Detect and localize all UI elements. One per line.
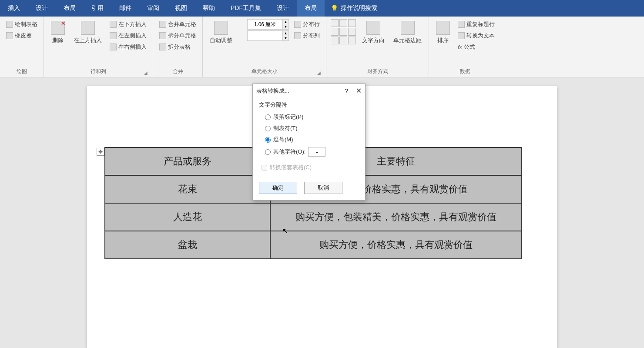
eraser-icon	[6, 32, 13, 39]
table-header-cell[interactable]: 产品或服务	[105, 147, 270, 175]
delete-icon	[51, 21, 65, 35]
dialog-launcher-icon[interactable]: ◢	[144, 70, 148, 75]
tab-insert[interactable]: 插入	[0, 0, 28, 17]
col-width-input[interactable]	[248, 33, 282, 39]
separator-section-label: 文字分隔符	[259, 101, 359, 109]
tab-table-design[interactable]: 设计	[269, 0, 297, 17]
text-direction-button[interactable]: 文字方向	[359, 19, 387, 46]
ribbon: 绘制表格 橡皮擦 绘图 删除 在上方插入 在下方插入 在左侧插入 在右侧插入 行…	[0, 17, 644, 77]
formula-button[interactable]: fx公式	[456, 42, 496, 52]
tab-design[interactable]: 设计	[28, 0, 56, 17]
group-data: 排序 重复标题行 转换为文本 fx公式 数据	[429, 17, 501, 77]
close-icon[interactable]: ✕	[356, 87, 362, 95]
insert-below-icon	[110, 21, 117, 28]
help-icon[interactable]: ?	[345, 87, 348, 94]
tab-help[interactable]: 帮助	[195, 0, 223, 17]
distribute-cols-button[interactable]: 分布列	[292, 30, 322, 41]
tab-view[interactable]: 视图	[167, 0, 195, 17]
draw-table-button[interactable]: 绘制表格	[4, 19, 39, 30]
convert-nested-checkbox: 转换嵌套表格(C)	[259, 158, 359, 171]
table-cell[interactable]: 盆栽	[105, 231, 270, 259]
distribute-rows-icon	[294, 21, 301, 28]
cell-margins-button[interactable]: 单元格边距	[391, 19, 424, 46]
checkbox-icon	[262, 165, 267, 171]
insert-left-button[interactable]: 在左侧插入	[108, 30, 148, 41]
table-cell[interactable]: 购买方便，价格实惠，具有观赏价值	[270, 231, 522, 259]
repeat-header-icon	[458, 21, 465, 28]
table-cell[interactable]: 花束	[105, 175, 270, 203]
table-row: 盆栽 购买方便，价格实惠，具有观赏价值	[105, 231, 522, 259]
convert-table-dialog: 表格转换成... ? ✕ 文字分隔符 段落标记(P) 制表符(T) 逗号(M) …	[252, 84, 366, 201]
cell-margins-icon	[401, 21, 415, 35]
radio-paragraph[interactable]: 段落标记(P)	[259, 111, 359, 123]
group-merge: 合并单元格 拆分单元格 拆分表格 合并	[153, 17, 203, 77]
radio-tab[interactable]: 制表符(T)	[259, 123, 359, 134]
dialog-launcher-icon[interactable]: ◢	[317, 70, 321, 75]
table-row: 人造花 购买方便，包装精美，价格实惠，具有观赏价值	[105, 203, 522, 231]
group-cell-size: 自动调整 ▲▼ ▲▼ 分布行	[203, 17, 326, 77]
tell-me-label: 操作说明搜索	[341, 4, 377, 12]
split-table-button[interactable]: 拆分表格	[158, 42, 198, 52]
split-cells-button[interactable]: 拆分单元格	[158, 30, 198, 41]
spinner-up-icon[interactable]: ▲	[282, 31, 288, 36]
merge-cells-button[interactable]: 合并单元格	[158, 19, 198, 30]
split-cells-icon	[159, 32, 166, 39]
autofit-icon	[214, 21, 228, 35]
insert-right-icon	[110, 44, 117, 50]
dialog-title: 表格转换成...	[256, 87, 289, 95]
insert-left-icon	[110, 32, 117, 39]
ok-button[interactable]: 确定	[259, 182, 297, 194]
tab-pdf-toolset[interactable]: PDF工具集	[223, 0, 269, 17]
tab-references[interactable]: 引用	[84, 0, 111, 17]
row-height-input[interactable]	[248, 21, 282, 27]
group-draw: 绘制表格 橡皮擦 绘图	[0, 17, 44, 77]
spinner-down-icon[interactable]: ▼	[282, 24, 288, 29]
insert-above-icon	[81, 21, 95, 35]
group-label-alignment: 对齐方式	[331, 66, 424, 77]
distribute-cols-icon	[294, 32, 301, 39]
alignment-grid[interactable]	[331, 19, 356, 44]
eraser-button[interactable]: 橡皮擦	[4, 30, 39, 41]
text-direction-icon	[366, 21, 380, 35]
pencil-icon	[6, 21, 13, 28]
other-char-input[interactable]	[308, 147, 325, 157]
insert-below-button[interactable]: 在下方插入	[108, 19, 148, 30]
convert-text-icon	[458, 32, 465, 39]
col-width-icon	[238, 32, 245, 39]
group-label-cell-size: 单元格大小◢	[207, 66, 322, 77]
table-cell[interactable]: 人造花	[105, 203, 270, 231]
distribute-rows-button[interactable]: 分布行	[292, 19, 322, 30]
sort-button[interactable]: 排序	[433, 19, 453, 46]
autofit-button[interactable]: 自动调整	[207, 19, 235, 46]
row-height-spinner[interactable]: ▲▼	[247, 19, 289, 30]
table-cell[interactable]: 购买方便，包装精美，价格实惠，具有观赏价值	[270, 203, 522, 231]
tab-mailings[interactable]: 邮件	[111, 0, 139, 17]
group-label-rows-cols: 行和列◢	[48, 66, 148, 77]
group-label-draw: 绘图	[4, 66, 39, 77]
radio-other[interactable]: 其他字符(O):	[259, 145, 359, 158]
cancel-button[interactable]: 取消	[304, 182, 342, 194]
dialog-titlebar[interactable]: 表格转换成... ? ✕	[253, 84, 365, 97]
col-width-spinner[interactable]: ▲▼	[247, 30, 289, 41]
menubar: 插入 设计 布局 引用 邮件 审阅 视图 帮助 PDF工具集 设计 布局 💡 操…	[0, 0, 644, 17]
insert-above-button[interactable]: 在上方插入	[71, 19, 104, 46]
insert-right-button[interactable]: 在右侧插入	[108, 42, 148, 52]
spinner-down-icon[interactable]: ▼	[282, 36, 288, 40]
row-height-icon	[238, 21, 245, 28]
table-move-handle-icon[interactable]: ✥	[97, 148, 104, 156]
convert-to-text-button[interactable]: 转换为文本	[456, 30, 496, 41]
tab-review[interactable]: 审阅	[139, 0, 167, 17]
group-label-data: 数据	[433, 66, 496, 77]
split-table-icon	[159, 44, 166, 50]
sort-icon	[436, 21, 450, 35]
group-alignment: 文字方向 单元格边距 对齐方式	[326, 17, 429, 77]
tell-me-search[interactable]: 💡 操作说明搜索	[325, 4, 383, 12]
tab-table-layout[interactable]: 布局	[297, 0, 325, 17]
lightbulb-icon: 💡	[331, 5, 338, 12]
tab-layout[interactable]: 布局	[56, 0, 84, 17]
group-label-merge: 合并	[158, 66, 198, 77]
radio-comma[interactable]: 逗号(M)	[259, 134, 359, 145]
spinner-up-icon[interactable]: ▲	[282, 20, 288, 24]
repeat-header-button[interactable]: 重复标题行	[456, 19, 496, 30]
delete-button[interactable]: 删除	[48, 19, 67, 46]
